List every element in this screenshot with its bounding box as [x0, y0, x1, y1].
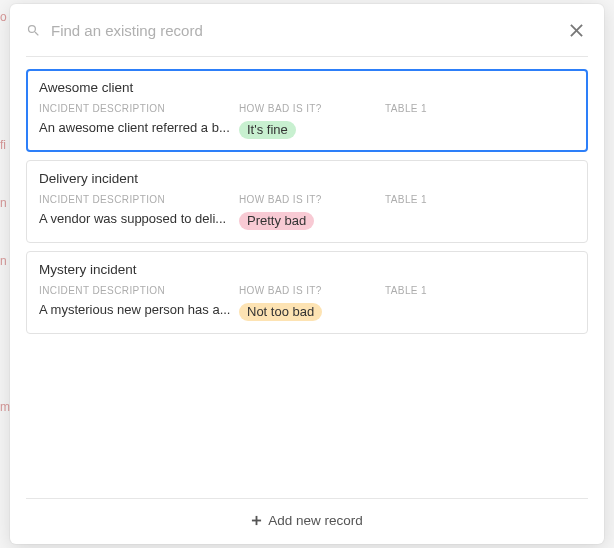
col-label-description: INCIDENT DESCRIPTION: [39, 194, 231, 205]
bg-hint: m: [0, 400, 10, 414]
record-card[interactable]: Mystery incident INCIDENT DESCRIPTION A …: [26, 251, 588, 334]
bg-hint: o: [0, 10, 7, 24]
record-title: Delivery incident: [39, 171, 575, 186]
search-input[interactable]: [49, 21, 564, 40]
bg-hint: n: [0, 196, 7, 210]
record-picker-modal: Awesome client INCIDENT DESCRIPTION An a…: [10, 4, 604, 544]
col-label-severity: HOW BAD IS IT?: [239, 194, 377, 205]
col-label-table: TABLE 1: [385, 103, 575, 114]
record-card[interactable]: Delivery incident INCIDENT DESCRIPTION A…: [26, 160, 588, 243]
col-label-table: TABLE 1: [385, 285, 575, 296]
severity-pill: Not too bad: [239, 303, 322, 321]
record-title: Mystery incident: [39, 262, 575, 277]
add-new-record-label: Add new record: [268, 513, 363, 528]
col-label-table: TABLE 1: [385, 194, 575, 205]
search-row: [10, 4, 604, 52]
record-title: Awesome client: [39, 80, 575, 95]
record-description: A mysterious new person has a...: [39, 302, 231, 317]
col-label-severity: HOW BAD IS IT?: [239, 285, 377, 296]
record-description: A vendor was supposed to deli...: [39, 211, 231, 226]
record-description: An awesome client referred a b...: [39, 120, 231, 135]
col-label-description: INCIDENT DESCRIPTION: [39, 103, 231, 114]
col-label-severity: HOW BAD IS IT?: [239, 103, 377, 114]
record-card[interactable]: Awesome client INCIDENT DESCRIPTION An a…: [26, 69, 588, 152]
results-list: Awesome client INCIDENT DESCRIPTION An a…: [10, 57, 604, 498]
add-new-record-button[interactable]: Add new record: [10, 499, 604, 544]
severity-pill: It's fine: [239, 121, 296, 139]
close-icon: [570, 24, 583, 37]
plus-icon: [251, 515, 262, 526]
bg-hint: fi: [0, 138, 6, 152]
severity-pill: Pretty bad: [239, 212, 314, 230]
close-button[interactable]: [564, 18, 588, 42]
search-icon: [26, 23, 41, 38]
col-label-description: INCIDENT DESCRIPTION: [39, 285, 231, 296]
bg-hint: n: [0, 254, 7, 268]
